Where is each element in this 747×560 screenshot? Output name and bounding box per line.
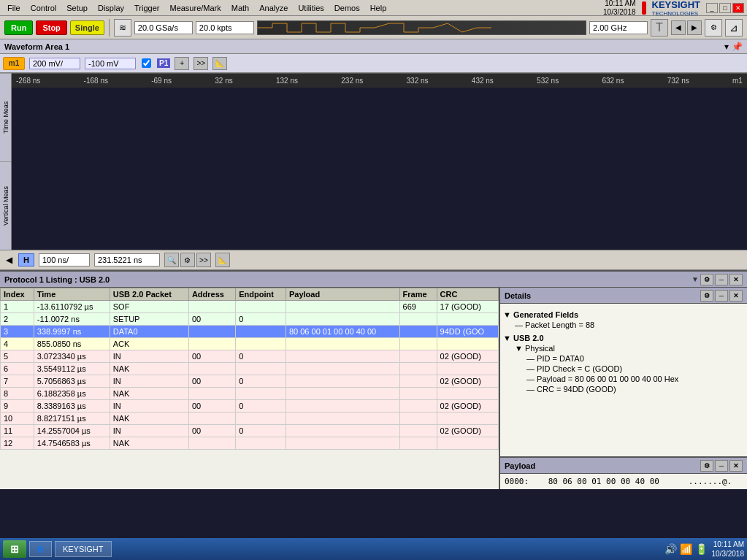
sample-rate-input[interactable] [134,21,193,34]
cell-address [188,437,235,450]
expand-arrow[interactable]: ▾ [724,42,729,52]
time-marker-2: -69 ns [151,77,172,85]
menu-display[interactable]: Display [93,2,129,14]
clock-info: 10:11 AM 10/3/2018 [603,0,636,17]
channel-more-button[interactable]: >> [194,57,208,70]
trigger-icon[interactable]: T [651,19,668,37]
left-expand-arrow[interactable]: ◀ [6,255,12,265]
channel-p1-badge: P1 [157,58,170,68]
collapse-icon-generated[interactable]: ▼ [503,310,511,319]
frequency-input[interactable] [589,21,648,34]
stop-button[interactable]: Stop [36,20,66,35]
cell-endpoint [236,437,286,450]
menu-measure[interactable]: Measure/Mark [165,2,225,14]
battery-icon[interactable]: 🔋 [695,543,708,555]
table-row[interactable]: 98.3389163 µsIN00002 (GOOD) [1,400,499,413]
table-row[interactable]: 3338.9997 nsDATA080 06 00 01 00 00 40 00… [1,326,499,338]
restore-button[interactable]: □ [719,3,731,13]
time-marker-3: 32 ns [215,77,232,85]
table-row[interactable]: 86.1882358 µsNAK [1,388,499,400]
cell-endpoint [236,326,286,338]
run-button[interactable]: Run [4,20,33,35]
cell-endpoint: 0 [236,375,286,388]
table-row[interactable]: 53.0723340 µsIN00002 (GOOD) [1,350,499,363]
time-div-input[interactable] [39,253,90,266]
window-buttons: _ □ ✕ [706,3,744,13]
table-row[interactable]: 1114.2557004 µsIN00002 (GOOD) [1,425,499,437]
start-button[interactable]: ⊞ [3,540,26,558]
taskbar-app-keysight[interactable]: KEYSIGHT [55,541,112,557]
collapse-icon-physical[interactable]: ▼ [515,344,523,353]
memory-depth-input[interactable] [196,21,254,34]
table-row[interactable]: 1214.7546583 µsNAK [1,437,499,450]
time-marker-10: 732 ns [667,77,689,85]
table-row[interactable]: 108.8217151 µsNAK [1,413,499,425]
protocol-close-btn[interactable]: ✕ [729,274,743,285]
menu-utilities[interactable]: Utilities [294,2,328,14]
protocol-settings-btn[interactable]: ⚙ [700,274,713,285]
probe-icon[interactable]: ⊿ [725,19,743,37]
cell-payload [286,388,399,400]
usb-item: ▼ USB 2.0 [503,333,744,343]
table-row[interactable]: 2-11.0072 nsSETUP000 [1,313,499,326]
cell-endpoint: 0 [236,425,286,437]
scroll-down-arrow[interactable]: ▼ [692,275,699,283]
vertical-meas-label[interactable]: Vertical Meas [0,161,11,250]
prev-button[interactable]: ◀ [671,20,686,35]
cell-index: 8 [1,388,34,400]
protocol-pin-btn[interactable]: ─ [715,274,728,285]
pin-icon[interactable]: 📌 [732,42,743,52]
col-frame: Frame [399,288,437,301]
menu-demos[interactable]: Demos [330,2,364,14]
time-marker-6: 332 ns [407,77,429,85]
table-row[interactable]: 63.5549112 µsNAK [1,363,499,375]
details-close-btn[interactable]: ✕ [729,290,743,302]
channel-add-button[interactable]: + [175,57,189,70]
zoom-controls-btn[interactable]: ⚙ [180,253,195,267]
settings-icon[interactable]: ⚙ [705,19,722,37]
time-offset-input[interactable] [94,253,160,266]
taskbar-app-ie[interactable]: e [29,541,52,557]
payload-pin-btn[interactable]: ─ [715,460,728,472]
channel-snap-button[interactable]: 📐 [212,57,227,70]
clock-time: 10:11 AM [603,0,636,8]
next-button[interactable]: ▶ [687,20,702,35]
zoom-icon[interactable]: 🔍 [164,253,179,267]
menu-file[interactable]: File [3,2,25,14]
table-row[interactable]: 4855.0850 nsACK [1,338,499,350]
minimize-button[interactable]: _ [706,3,718,13]
zoom-controls: 🔍 ⚙ >> [164,253,211,267]
cell-frame [399,388,437,400]
close-button[interactable]: ✕ [732,3,744,13]
col-endpoint: Endpoint [236,288,286,301]
snap-btn[interactable]: 📐 [215,253,230,267]
table-row[interactable]: 1-13.6110792 µsSOF66917 (GOOD) [1,301,499,313]
cell-packet: IN [110,425,188,437]
time-meas-label[interactable]: Time Meas [0,73,11,161]
payload-close-btn[interactable]: ✕ [729,460,743,472]
menu-setup[interactable]: Setup [62,2,92,14]
details-settings-btn[interactable]: ⚙ [700,290,713,302]
menu-trigger[interactable]: Trigger [130,2,164,14]
cell-frame [399,437,437,450]
taskbar-clock: 10:11 AM 10/3/2018 [712,540,745,559]
menu-control[interactable]: Control [26,2,61,14]
channel-scale-input[interactable] [29,58,80,69]
scope-container: Time Meas Vertical Meas [0,73,747,250]
channel-icon[interactable]: ≋ [114,19,131,37]
cell-address: 00 [188,350,235,363]
volume-icon[interactable]: 🔊 [664,543,677,555]
zoom-expand-btn[interactable]: >> [196,253,211,267]
single-button[interactable]: Single [70,20,104,35]
channel-checkbox[interactable] [142,58,151,68]
collapse-icon-usb[interactable]: ▼ [503,334,511,342]
menu-help[interactable]: Help [366,2,391,14]
menu-math[interactable]: Math [227,2,253,14]
channel-offset-input[interactable] [85,58,136,69]
payload-settings-btn[interactable]: ⚙ [700,460,713,472]
table-row[interactable]: 75.7056863 µsIN00002 (GOOD) [1,375,499,388]
table-container[interactable]: Index Time USB 2.0 Packet Address Endpoi… [0,288,499,489]
menu-analyze[interactable]: Analyze [255,2,292,14]
network-icon[interactable]: 📶 [680,543,692,555]
details-pin-btn[interactable]: ─ [715,290,728,302]
